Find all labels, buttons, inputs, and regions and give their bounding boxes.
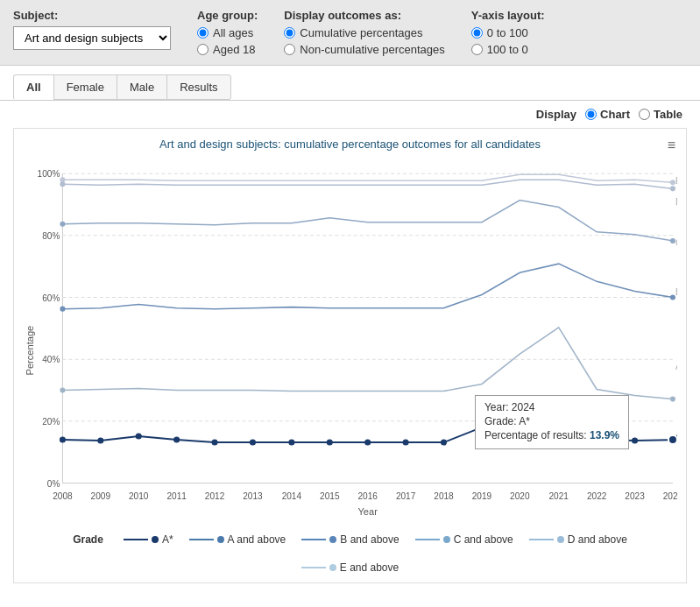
controls-bar: Subject: Art and design subjects Mathema… (0, 0, 700, 66)
a-star-dot-2021 (556, 413, 562, 418)
legend-dot-a (217, 536, 224, 543)
age-radio-group: All ages Aged 18 (197, 26, 258, 56)
chart-radio[interactable] (585, 109, 597, 120)
chart-title: Art and design subjects: cumulative perc… (23, 138, 677, 151)
display-toggle-row: Display Chart Table (0, 101, 700, 128)
legend-dot-d (557, 536, 564, 543)
yaxis-radio-group: 0 to 100 100 to 0 (471, 26, 545, 56)
chart-legend: Grade A* A and above B and above C and a… (23, 533, 677, 574)
tab-female[interactable]: Female (53, 74, 117, 100)
e-and-above-line (62, 174, 673, 182)
a-star-dot-2015 (327, 440, 332, 445)
legend-dot-b (329, 536, 336, 543)
svg-text:2014: 2014 (282, 491, 302, 501)
age-18-label: Aged 18 (213, 43, 255, 56)
a-star-dot-2024-highlight (668, 435, 677, 444)
yaxis-0100-radio[interactable] (471, 27, 483, 39)
tab-results[interactable]: Results (166, 74, 230, 100)
a-star-dot-2018 (441, 440, 446, 445)
cumulative-option[interactable]: Cumulative percentages (284, 26, 444, 39)
noncumulative-option[interactable]: Non-cumulative percentages (284, 43, 444, 56)
table-display-option[interactable]: Table (639, 108, 682, 121)
c-and-above-line (62, 200, 673, 240)
a-star-dot-2017 (403, 440, 408, 445)
age-18-option[interactable]: Aged 18 (197, 43, 258, 56)
svg-text:80%: 80% (42, 231, 60, 241)
legend-item-a: A and above (189, 533, 286, 546)
noncumulative-label: Non-cumulative percentages (300, 43, 444, 56)
legend-item-b: B and above (301, 533, 399, 546)
age-all-label: All ages (213, 26, 253, 39)
subject-control: Subject: Art and design subjects Mathema… (13, 9, 171, 50)
legend-line-astar (124, 539, 148, 540)
yaxis-control: Y-axis layout: 0 to 100 100 to 0 (471, 9, 545, 56)
svg-text:20%: 20% (42, 417, 60, 427)
noncumulative-radio[interactable] (284, 44, 295, 55)
display-outcomes-control: Display outcomes as: Cumulative percenta… (284, 9, 444, 56)
b-dot-end (670, 294, 675, 300)
svg-text:2018: 2018 (434, 491, 454, 501)
cumulative-label: Cumulative percentages (300, 26, 422, 39)
tab-male[interactable]: Male (117, 74, 167, 100)
tab-all[interactable]: All (13, 74, 54, 100)
a-star-dot-2022 (594, 437, 599, 442)
chart-display-option[interactable]: Chart (585, 108, 630, 121)
age-all-radio[interactable] (197, 27, 209, 39)
svg-text:2015: 2015 (320, 491, 340, 501)
svg-text:2019: 2019 (472, 491, 492, 501)
age-group-control: Age group: All ages Aged 18 (197, 9, 258, 56)
legend-line-c (415, 539, 440, 540)
b-and-above-line (62, 264, 673, 308)
a-star-dot-2014 (289, 440, 294, 445)
a-dot (60, 387, 65, 392)
chart-menu-icon[interactable]: ≡ (668, 138, 675, 153)
legend-label-c: C and above (454, 533, 513, 546)
legend-label-astar: A* (162, 533, 173, 546)
legend-dot-c (443, 536, 450, 543)
legend-label-e: E and above (340, 561, 399, 574)
d-dot (60, 181, 65, 187)
legend-title: Grade (73, 533, 103, 546)
display-radio-group: Cumulative percentages Non-cumulative pe… (284, 26, 444, 56)
svg-text:Year: Year (357, 506, 378, 517)
legend-item-c: C and above (415, 533, 513, 546)
svg-text:Percentage: Percentage (25, 326, 35, 376)
a-star-dot-2020 (517, 416, 522, 421)
c-dot-end (670, 238, 675, 244)
chart-container: Art and design subjects: cumulative perc… (13, 128, 687, 583)
display-outcomes-label: Display outcomes as: (284, 9, 444, 22)
yaxis-1000-radio[interactable] (471, 44, 483, 55)
cumulative-radio[interactable] (284, 27, 295, 39)
svg-text:C and above: C and above (675, 238, 677, 248)
yaxis-1000-option[interactable]: 100 to 0 (471, 43, 545, 56)
svg-text:D and above: D and above (675, 197, 677, 207)
yaxis-1000-label: 100 to 0 (487, 43, 528, 56)
svg-text:A and above: A and above (675, 362, 677, 371)
a-star-dot-2010 (136, 434, 141, 439)
a-star-dot-2008 (60, 437, 65, 442)
tabs-bar: All Female Male Results (0, 66, 700, 101)
svg-text:2013: 2013 (243, 491, 263, 501)
svg-text:100%: 100% (38, 169, 60, 179)
chart-svg: Percentage 100% 80% 60% 40% 20% 0% (23, 158, 677, 526)
svg-text:40%: 40% (42, 355, 60, 364)
svg-text:2021: 2021 (549, 491, 569, 501)
age-18-radio[interactable] (197, 44, 209, 55)
a-star-dot-2016 (365, 440, 371, 445)
subject-select[interactable]: Art and design subjects Mathematics Engl… (13, 26, 171, 50)
legend-line-d (529, 539, 554, 540)
yaxis-0100-option[interactable]: 0 to 100 (471, 26, 545, 39)
svg-text:2022: 2022 (587, 491, 607, 501)
yaxis-label: Y-axis layout: (471, 9, 545, 22)
table-radio[interactable] (639, 109, 650, 120)
legend-label-a: A and above (228, 533, 286, 546)
a-and-above-line (62, 328, 673, 399)
svg-text:2008: 2008 (53, 491, 73, 501)
subject-label: Subject: (13, 9, 171, 22)
display-toggle-label: Display (536, 108, 576, 121)
age-all-option[interactable]: All ages (197, 26, 258, 39)
svg-text:60%: 60% (42, 293, 60, 303)
c-dot (60, 222, 65, 227)
legend-dot-astar (152, 536, 159, 543)
chart-label: Chart (600, 108, 630, 121)
